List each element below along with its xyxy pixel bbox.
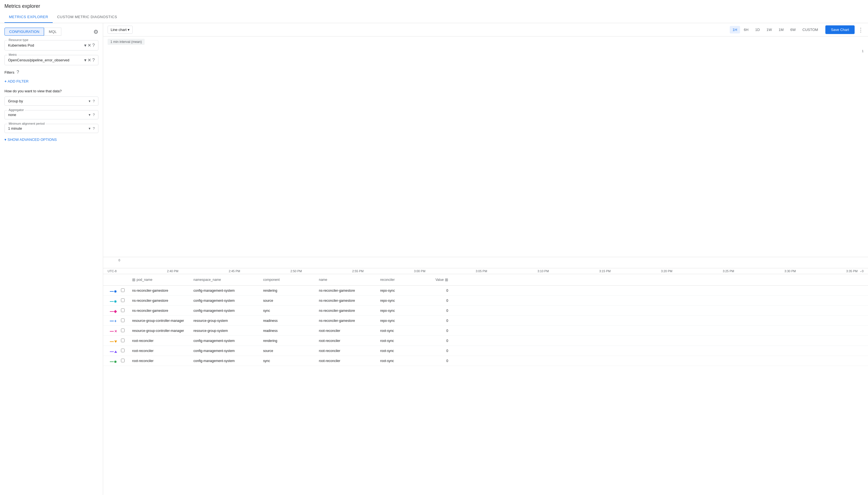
resource-type-clear-icon[interactable]: ✕	[88, 43, 91, 48]
sidebar-tabs: CONFIGURATION MQL ⚙	[4, 28, 98, 36]
row-namespace: config-management-system	[191, 337, 261, 345]
show-advanced-button[interactable]: ▾ SHOW ADVANCED OPTIONS	[4, 138, 98, 142]
row-checkbox[interactable]	[119, 286, 130, 295]
xaxis-zero-indicator: ⬩0	[860, 269, 864, 273]
col-header-reconciler: reconciler	[378, 277, 428, 283]
row-checkbox[interactable]	[119, 296, 130, 305]
row-component: sync	[261, 357, 317, 365]
add-filter-button[interactable]: + ADD FILTER	[4, 78, 98, 85]
min-alignment-help-icon[interactable]: ?	[93, 126, 95, 130]
row-reconciler: root-sync	[378, 347, 428, 355]
col-header-pod-name: ⊞ pod_name	[130, 276, 191, 283]
xaxis-label-330: 3:30 PM	[784, 269, 796, 273]
metric-value: OpenCensus/pipeline_error_observed	[8, 58, 83, 62]
group-by-help-icon[interactable]: ?	[93, 99, 95, 103]
interval-badge: 1 min interval (mean)	[107, 39, 145, 45]
sidebar-tab-configuration[interactable]: CONFIGURATION	[4, 28, 44, 36]
row-pod-name: resource-group-controller-manager	[130, 327, 191, 335]
save-chart-button[interactable]: Save Chart	[825, 25, 855, 34]
row-checkbox[interactable]	[119, 326, 130, 335]
row-checkbox[interactable]	[119, 336, 130, 345]
row-component: source	[261, 347, 317, 355]
xaxis-label-255: 2:55 PM	[352, 269, 364, 273]
xaxis-label-305: 3:05 PM	[476, 269, 487, 273]
tab-metrics-explorer[interactable]: METRICS EXPLORER	[4, 11, 53, 23]
series-indicator	[107, 357, 119, 365]
series-indicator	[107, 307, 119, 315]
series-indicator	[107, 337, 119, 345]
row-pod-name: ns-reconciler-gamestore	[130, 307, 191, 315]
min-alignment-arrow[interactable]: ▾	[89, 126, 91, 130]
time-btn-1d[interactable]: 1D	[752, 26, 763, 33]
time-btn-6w[interactable]: 6W	[788, 26, 798, 33]
time-btn-1w[interactable]: 1W	[764, 26, 775, 33]
time-btn-1h[interactable]: 1H	[730, 26, 740, 33]
settings-icon[interactable]: ⚙	[93, 28, 98, 35]
xaxis-label-utc: UTC-8	[107, 269, 117, 273]
aggregator-value: none	[8, 113, 89, 117]
row-pod-name: ns-reconciler-gamestore	[130, 297, 191, 305]
resource-type-dropdown-arrow[interactable]: ▾	[84, 43, 86, 48]
table-body: ns-reconciler-gamestore config-managemen…	[103, 286, 868, 366]
row-reconciler: repo-sync	[378, 316, 428, 325]
row-checkbox[interactable]	[119, 356, 130, 365]
row-reconciler: root-sync	[378, 357, 428, 365]
row-pod-name: ns-reconciler-gamestore	[130, 286, 191, 295]
columns-icon[interactable]: ⊞	[445, 278, 448, 282]
chart-svg: 0	[103, 47, 868, 268]
tab-custom-metric-diagnostics[interactable]: CUSTOM METRIC DIAGNOSTICS	[53, 11, 121, 23]
xaxis-label-325: 3:25 PM	[723, 269, 734, 273]
row-checkbox[interactable]	[119, 316, 130, 325]
row-checkbox[interactable]	[119, 346, 130, 355]
row-value: 0	[428, 297, 451, 305]
aggregator-arrow[interactable]: ▾	[89, 113, 91, 117]
metric-dropdown-arrow[interactable]: ▾	[84, 57, 86, 63]
xaxis-label-310: 3:10 PM	[538, 269, 549, 273]
row-reconciler: repo-sync	[378, 307, 428, 315]
table-row: ns-reconciler-gamestore config-managemen…	[103, 296, 868, 306]
filters-help-icon[interactable]: ?	[16, 70, 19, 75]
filters-label: Filters	[4, 70, 14, 74]
row-name: ns-reconciler-gamestore	[317, 286, 378, 295]
series-indicator	[107, 347, 119, 355]
row-component: rendering	[261, 286, 317, 295]
time-btn-1m[interactable]: 1M	[776, 26, 786, 33]
row-value: 0	[428, 286, 451, 295]
series-indicator	[107, 286, 119, 295]
table-row: + resource-group-controller-manager reso…	[103, 316, 868, 326]
row-checkbox[interactable]	[119, 306, 130, 315]
col-header-checkbox	[119, 279, 130, 281]
aggregator-help-icon[interactable]: ?	[93, 113, 95, 117]
row-pod-name: root-reconciler	[130, 337, 191, 345]
series-indicator	[107, 297, 119, 305]
col-header-namespace: namespace_name	[191, 277, 261, 283]
chart-xaxis: UTC-8 2:40 PM 2:45 PM 2:50 PM 2:55 PM 3:…	[103, 268, 868, 274]
show-advanced-label: SHOW ADVANCED OPTIONS	[8, 138, 57, 142]
time-btn-custom[interactable]: CUSTOM	[800, 26, 821, 33]
sidebar-tab-mql[interactable]: MQL	[44, 28, 61, 36]
row-name: ns-reconciler-gamestore	[317, 316, 378, 325]
chart-type-arrow: ▾	[128, 28, 130, 32]
row-pod-name: resource-group-controller-manager	[130, 316, 191, 325]
resource-type-help-icon[interactable]: ?	[92, 43, 95, 48]
group-by-value: Group by	[8, 99, 89, 103]
row-namespace: resource-group-system	[191, 316, 261, 325]
chart-type-select[interactable]: Line chart ▾	[107, 26, 133, 34]
grid-icon: ⊞	[132, 278, 135, 282]
xaxis-label-335: 3:35 PM	[846, 269, 858, 273]
metric-clear-icon[interactable]: ✕	[88, 57, 91, 63]
row-pod-name: root-reconciler	[130, 347, 191, 355]
col-header-component: component	[261, 277, 317, 283]
row-name: root-reconciler	[317, 347, 378, 355]
table-row: ns-reconciler-gamestore config-managemen…	[103, 286, 868, 296]
metric-help-icon[interactable]: ?	[92, 58, 95, 63]
more-options-icon[interactable]: ⋮	[858, 27, 864, 33]
time-btn-6h[interactable]: 6H	[741, 26, 751, 33]
group-by-arrow[interactable]: ▾	[89, 99, 91, 103]
row-name: root-reconciler	[317, 327, 378, 335]
row-pod-name: root-reconciler	[130, 357, 191, 365]
row-name: ns-reconciler-gamestore	[317, 297, 378, 305]
row-namespace: config-management-system	[191, 357, 261, 365]
row-value: 0	[428, 327, 451, 335]
row-name: ns-reconciler-gamestore	[317, 307, 378, 315]
